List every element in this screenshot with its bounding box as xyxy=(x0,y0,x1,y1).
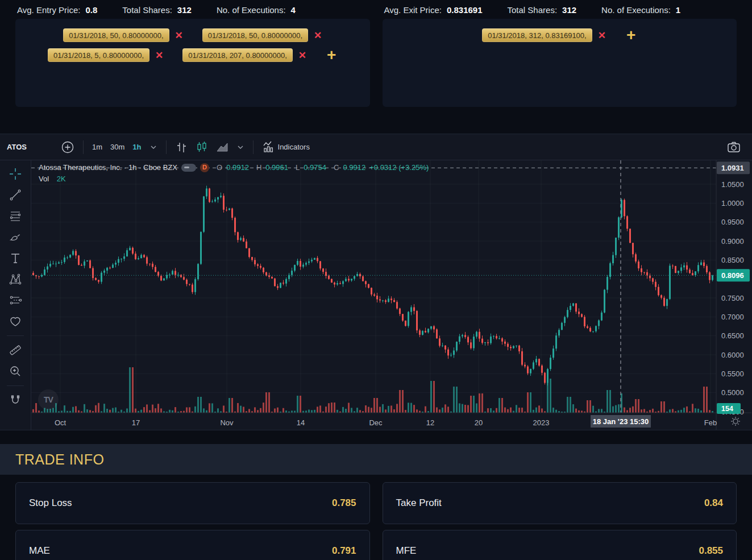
entry-total-shares-label: Total Shares: xyxy=(122,5,172,15)
execution-chip[interactable]: 01/31/2018, 50, 0.80000000, xyxy=(63,28,169,42)
svg-text:2023: 2023 xyxy=(533,418,550,427)
entry-total-shares-value: 312 xyxy=(177,5,192,15)
svg-text:20: 20 xyxy=(475,418,483,427)
indicators-label: Indicators xyxy=(278,143,310,151)
candlestick-chart-canvas[interactable]: 1.05001.00000.95000.90000.85000.80000.75… xyxy=(31,160,751,430)
add-symbol-icon xyxy=(61,140,74,154)
chevron-down-icon xyxy=(236,143,244,151)
trend-line-tool-button[interactable] xyxy=(6,186,25,204)
last-volume-label: 154 xyxy=(721,405,733,413)
volume-bars xyxy=(32,367,713,413)
execution-chip[interactable]: 01/31/2018, 50, 0.80000000, xyxy=(202,28,308,42)
entry-executions-list: 01/31/2018, 50, 0.80000000,✕01/31/2018, … xyxy=(26,28,360,62)
stop-loss-value: 0.785 xyxy=(332,497,356,509)
bars-style-button[interactable] xyxy=(171,138,192,157)
text-tool-button[interactable] xyxy=(6,249,25,267)
tools-divider xyxy=(7,335,24,336)
svg-text:17: 17 xyxy=(132,418,140,427)
magnet-tool-button[interactable] xyxy=(6,391,25,409)
bars-type-icon xyxy=(175,141,188,154)
remove-execution-button[interactable]: ✕ xyxy=(314,31,322,40)
camera-icon xyxy=(726,140,741,155)
execution-chip[interactable]: 01/31/2018, 312, 0.83169100, xyxy=(482,28,592,42)
stop-loss-card: Stop Loss 0.785 xyxy=(15,482,370,524)
mfe-label: MFE xyxy=(396,545,417,557)
remove-execution-button[interactable]: ✕ xyxy=(298,51,306,60)
price-axis: 1.05001.00000.95000.90000.85000.80000.75… xyxy=(721,180,744,416)
tradingview-logo[interactable]: TV xyxy=(38,389,59,410)
mfe-card: MFE 0.855 xyxy=(383,530,737,560)
remove-execution-button[interactable]: ✕ xyxy=(598,31,606,40)
avg-exit-price-value: 0.831691 xyxy=(447,5,483,15)
style-menu-button[interactable] xyxy=(232,140,248,155)
svg-text:12: 12 xyxy=(426,418,434,427)
zoom-in-tool-button[interactable] xyxy=(6,362,25,380)
add-execution-button[interactable]: + xyxy=(326,49,337,61)
svg-text:1.0000: 1.0000 xyxy=(721,199,744,208)
avg-exit-price-label: Avg. Exit Price: xyxy=(384,5,442,15)
svg-text:14: 14 xyxy=(297,418,305,427)
measure-tool-button[interactable] xyxy=(6,341,25,359)
xabcd-pattern-tool-button[interactable] xyxy=(6,270,25,288)
drawing-tools-sidebar xyxy=(0,160,31,430)
add-symbol-button[interactable] xyxy=(57,137,78,157)
execution-item: 01/31/2018, 5, 0.80000000,✕ xyxy=(48,48,163,62)
exit-executions-count-value: 1 xyxy=(676,5,680,15)
candles-style-button[interactable] xyxy=(192,138,212,157)
entry-executions-box: 01/31/2018, 50, 0.80000000,✕01/31/2018, … xyxy=(15,19,370,107)
take-profit-card: Take Profit 0.84 xyxy=(383,482,737,524)
svg-text:0.9500: 0.9500 xyxy=(721,218,744,226)
svg-text:0.5000: 0.5000 xyxy=(721,388,744,397)
trade-info-title: TRADE INFO xyxy=(15,451,104,468)
area-type-icon xyxy=(216,141,228,154)
trade-info-grid: Stop Loss 0.785 Take Profit 0.84 MAE 0.7… xyxy=(15,482,737,560)
projection-tool-button[interactable] xyxy=(6,291,25,309)
area-style-button[interactable] xyxy=(212,138,232,157)
last-price-label: 0.8096 xyxy=(721,271,744,280)
entry-header: Avg. Entry Price:0.8 Total Shares:312 No… xyxy=(15,3,370,16)
zoom-in-icon xyxy=(9,364,22,378)
entry-executions-count-label: No. of Executions: xyxy=(217,5,286,15)
exit-executions-count-label: No. of Executions: xyxy=(601,5,671,15)
svg-text:0.8500: 0.8500 xyxy=(721,256,744,264)
grid xyxy=(31,160,716,413)
trade-info-header: TRADE INFO xyxy=(0,444,752,475)
remove-execution-button[interactable]: ✕ xyxy=(175,31,183,40)
screenshot-button[interactable] xyxy=(722,136,745,158)
entry-panel: Avg. Entry Price:0.8 Total Shares:312 No… xyxy=(15,3,370,107)
emoji-tool-button[interactable] xyxy=(6,312,25,330)
timeframe-30m-button[interactable]: 30m xyxy=(106,139,128,155)
text-tool-icon xyxy=(9,251,22,265)
candles xyxy=(32,186,713,385)
ruler-icon xyxy=(9,343,22,357)
svg-text:Feb: Feb xyxy=(704,418,717,427)
timeframe-1h-button[interactable]: 1h xyxy=(128,139,145,155)
svg-text:1.0500: 1.0500 xyxy=(721,180,744,189)
chart-plot-area[interactable]: 1.05001.00000.95000.90000.85000.80000.75… xyxy=(31,160,751,430)
add-execution-button[interactable]: + xyxy=(625,29,637,42)
svg-text:0.6000: 0.6000 xyxy=(721,351,744,359)
stop-loss-label: Stop Loss xyxy=(29,497,72,509)
chart-body: 1.05001.00000.95000.90000.85000.80000.75… xyxy=(0,160,752,430)
timeframe-1m-button[interactable]: 1m xyxy=(88,139,106,155)
exit-header: Avg. Exit Price:0.831691 Total Shares:31… xyxy=(383,3,737,16)
trend-line-icon xyxy=(9,188,22,202)
series-visibility-toggle[interactable] xyxy=(181,164,196,172)
svg-text:0.7000: 0.7000 xyxy=(721,313,744,321)
indicators-button[interactable]: Indicators xyxy=(258,137,314,157)
crosshair-tool-button[interactable] xyxy=(6,165,25,183)
mfe-value: 0.855 xyxy=(699,545,723,557)
mae-card: MAE 0.791 xyxy=(15,530,370,560)
timeframe-menu-button[interactable] xyxy=(146,140,161,155)
remove-execution-button[interactable]: ✕ xyxy=(155,51,163,60)
execution-chip[interactable]: 01/31/2018, 207, 0.80000000, xyxy=(182,48,293,62)
execution-chip[interactable]: 01/31/2018, 5, 0.80000000, xyxy=(48,48,149,62)
execution-item: 01/31/2018, 50, 0.80000000,✕ xyxy=(63,28,183,42)
chevron-down-icon xyxy=(149,143,157,151)
axis-settings-gear[interactable] xyxy=(731,417,740,426)
projection-icon xyxy=(9,293,22,307)
exit-total-shares-value: 312 xyxy=(562,5,576,15)
fib-retracement-tool-button[interactable] xyxy=(6,207,25,225)
brush-tool-button[interactable] xyxy=(6,228,25,246)
symbol-label: ATOS xyxy=(7,143,57,151)
